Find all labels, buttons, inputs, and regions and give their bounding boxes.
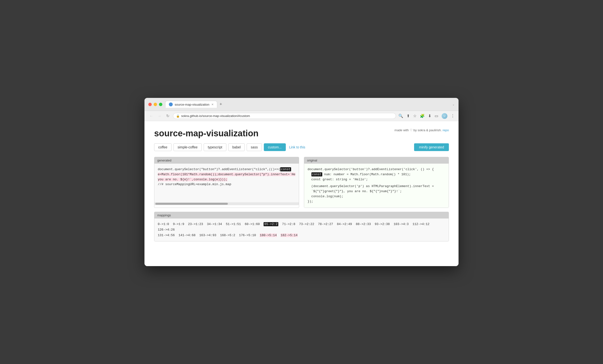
tab-favicon bbox=[169, 103, 173, 106]
address-input[interactable]: 🔒 sokra.github.io/source-map-visualizati… bbox=[173, 113, 396, 119]
mapping-60-1-60[interactable]: 60->1:60 bbox=[245, 222, 260, 226]
mapping-163-4-93[interactable]: 163->4:93 bbox=[199, 234, 216, 237]
link-to-this[interactable]: Link to this bbox=[289, 145, 305, 149]
share-icon[interactable]: ⬆ bbox=[406, 114, 410, 118]
made-with-label: made with ♡ by sokra & paulirish. bbox=[394, 128, 442, 132]
typescript-button[interactable]: typescript bbox=[204, 143, 226, 151]
original-line-4: (document.querySelector('p') as HTMLPara… bbox=[308, 184, 445, 189]
original-line-5: `${"{"}greet{"}"}, you are no. ${"{"}num… bbox=[308, 189, 445, 194]
mappings-panel: mappings 0->1:0 9->1:9 23->1:23 34->1:34… bbox=[154, 212, 449, 241]
download-icon[interactable]: ⬇ bbox=[428, 114, 431, 118]
generated-panel-body: document.querySelector("button")?.addEve… bbox=[154, 164, 299, 202]
original-line-1: document.querySelector('button')?.addEve… bbox=[308, 167, 445, 172]
reload-button[interactable]: ↻ bbox=[165, 114, 171, 118]
mapping-0-1-0[interactable]: 0->1:0 bbox=[158, 222, 169, 226]
mapping-9-1-9[interactable]: 9->1:9 bbox=[173, 222, 184, 226]
more-options-icon[interactable]: ⋮ bbox=[451, 114, 455, 118]
minify-button[interactable]: minify generated bbox=[414, 143, 449, 151]
tab-close-icon[interactable]: ✕ bbox=[211, 103, 214, 106]
generated-line-1: document.querySelector("button")?.addEve… bbox=[158, 167, 295, 172]
original-panel-body: document.querySelector('button')?.addEve… bbox=[304, 164, 449, 208]
traffic-lights bbox=[148, 103, 162, 106]
toolbar-icons: 🔍 ⬆ ☆ 🧩 ⬇ ▭ U ⋮ bbox=[398, 113, 455, 119]
original-line-7: }); bbox=[308, 199, 445, 204]
babel-button[interactable]: babel bbox=[228, 143, 245, 151]
back-button[interactable]: ← bbox=[148, 114, 154, 118]
mapping-112-4-12[interactable]: 112->4:12 bbox=[412, 222, 429, 226]
simple-coffee-button[interactable]: simple-coffee bbox=[174, 143, 202, 151]
generated-line-3: you are no. ${e}!`,console.log(e)})); bbox=[158, 177, 295, 182]
tab-bar: source-map-visualization ✕ + bbox=[165, 101, 449, 108]
mapping-93-2-38[interactable]: 93->2:38 bbox=[375, 222, 390, 226]
active-tab[interactable]: source-map-visualization ✕ bbox=[165, 101, 217, 108]
mapping-34-1-34[interactable]: 34->1:34 bbox=[207, 222, 222, 226]
browser-window: source-map-visualization ✕ + ⌄ ← → ↻ 🔒 s… bbox=[144, 98, 459, 266]
mapping-141-4-68[interactable]: 141->4:68 bbox=[179, 234, 196, 237]
const-highlight-orig: const bbox=[311, 172, 322, 176]
lock-icon: 🔒 bbox=[176, 114, 180, 118]
original-line-2: const num: number = Math.floor(Math.rand… bbox=[308, 172, 445, 177]
mapping-168-5-2[interactable]: 168->5:2 bbox=[220, 234, 235, 237]
generated-panel: generated document.querySelector("button… bbox=[154, 157, 299, 208]
generated-scrollbar[interactable] bbox=[154, 202, 299, 205]
sidebar-icon[interactable]: ▭ bbox=[435, 114, 438, 118]
new-tab-button[interactable]: + bbox=[218, 102, 224, 107]
url-text: sokra.github.io/source-map-visualization… bbox=[181, 114, 250, 118]
mapping-71-2-8[interactable]: 71->2:8 bbox=[282, 222, 295, 226]
page-content: source-map-visualization made with ♡ by … bbox=[144, 121, 459, 266]
made-with-text: made with ♡ by sokra & paulirish. repo bbox=[394, 128, 449, 132]
generated-panel-header: generated bbox=[154, 157, 299, 164]
custom-button[interactable]: custom... bbox=[264, 143, 286, 151]
title-bar: source-map-visualization ✕ + ⌄ bbox=[144, 98, 459, 111]
mapping-65-2-2[interactable]: 65->2:2 bbox=[264, 222, 278, 226]
bookmark-icon[interactable]: ☆ bbox=[413, 114, 417, 118]
minimize-button[interactable] bbox=[154, 103, 157, 106]
mappings-body: 0->1:0 9->1:9 23->1:23 34->1:34 51->1:51… bbox=[154, 219, 449, 241]
tab-title: source-map-visualization bbox=[175, 103, 209, 106]
mapping-126-4-26[interactable]: 126->4:26 bbox=[158, 228, 175, 232]
mapping-23-1-23[interactable]: 23->1:23 bbox=[188, 222, 203, 226]
original-panel-header: original bbox=[304, 157, 449, 164]
extensions-icon[interactable]: 🧩 bbox=[420, 114, 425, 118]
mapping-103-4-3[interactable]: 103->4:3 bbox=[394, 222, 408, 226]
original-panel: original document.querySelector('button'… bbox=[304, 157, 449, 208]
mapping-84-2-49[interactable]: 84->2:49 bbox=[337, 222, 352, 226]
mapping-73-2-22[interactable]: 73->2:22 bbox=[299, 222, 314, 226]
chevron-down-icon: ⌄ bbox=[452, 103, 455, 106]
address-bar: ← → ↻ 🔒 sokra.github.io/source-map-visua… bbox=[144, 111, 459, 121]
maximize-button[interactable] bbox=[159, 103, 162, 106]
search-icon[interactable]: 🔍 bbox=[398, 114, 403, 118]
page-header: source-map-visualization made with ♡ by … bbox=[154, 128, 449, 139]
sass-button[interactable]: sass bbox=[247, 143, 262, 151]
generated-line-4: //# sourceMappingURL=example.min.js.map bbox=[158, 182, 295, 187]
forward-button[interactable]: → bbox=[157, 114, 162, 118]
const-highlight: const bbox=[280, 167, 291, 171]
repo-link[interactable]: repo bbox=[443, 128, 449, 132]
page-title: source-map-visualization bbox=[154, 128, 258, 139]
scrollbar-thumb[interactable] bbox=[155, 203, 228, 205]
avatar[interactable]: U bbox=[442, 113, 447, 119]
mapping-78-2-27[interactable]: 78->2:27 bbox=[318, 222, 333, 226]
mapping-180-5-14[interactable]: 180->5:14 bbox=[260, 234, 277, 237]
buttons-row: coffee simple-coffee typescript babel sa… bbox=[154, 143, 449, 151]
window-controls: ⌄ bbox=[452, 103, 455, 106]
coffee-button[interactable]: coffee bbox=[154, 143, 172, 151]
generated-line-2: e=Math.floor(101*Math.random());document… bbox=[158, 172, 295, 177]
mapping-176-5-10[interactable]: 176->5:10 bbox=[239, 234, 256, 237]
mapping-51-1-51[interactable]: 51->1:51 bbox=[226, 222, 241, 226]
close-button[interactable] bbox=[148, 103, 152, 106]
mapping-182-5-14[interactable]: 182->5:14 bbox=[280, 234, 297, 237]
original-line-6: console.log(num); bbox=[308, 194, 445, 199]
original-line-3: const greet: string = 'Hello'; bbox=[308, 177, 445, 182]
mapping-131-4-56[interactable]: 131->4:56 bbox=[158, 234, 175, 237]
panels-row: generated document.querySelector("button… bbox=[154, 157, 449, 208]
mappings-header: mappings bbox=[154, 212, 449, 219]
mapping-88-2-33[interactable]: 88->2:33 bbox=[356, 222, 371, 226]
